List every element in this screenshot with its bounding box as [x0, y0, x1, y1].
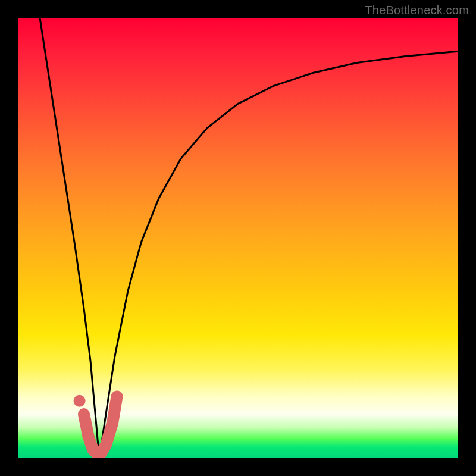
marker-dot — [74, 395, 86, 407]
curve-left-branch — [40, 18, 99, 458]
attribution-text: TheBottleneck.com — [365, 4, 469, 17]
curve-right-branch — [99, 51, 458, 458]
bottleneck-curve — [40, 18, 458, 458]
plot-area — [18, 18, 458, 458]
curve-layer — [18, 18, 458, 458]
chart-frame: TheBottleneck.com — [0, 0, 476, 476]
marker-j-stroke — [84, 396, 117, 456]
